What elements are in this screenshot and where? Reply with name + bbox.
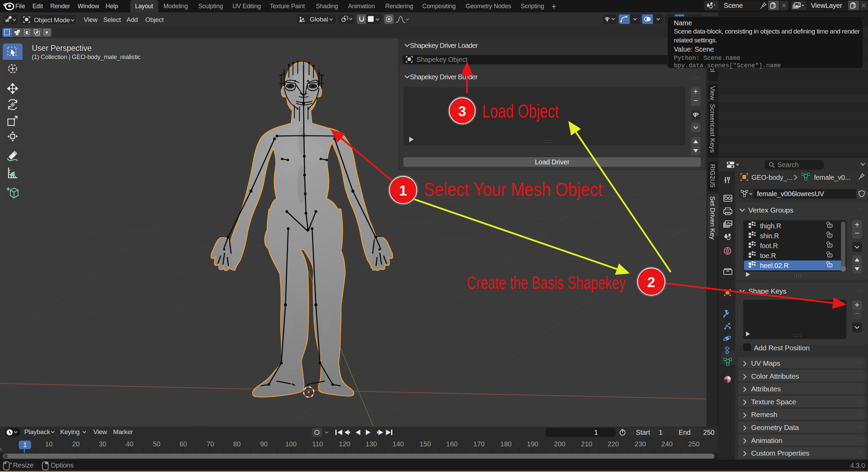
svg-text:2: 2 <box>647 274 655 290</box>
svg-text:1: 1 <box>399 183 407 199</box>
svg-text:3: 3 <box>458 103 466 119</box>
